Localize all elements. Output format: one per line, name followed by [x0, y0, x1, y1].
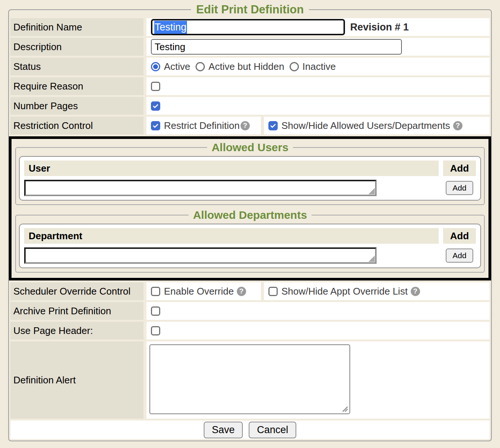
number-pages-checkbox[interactable] [151, 101, 160, 111]
revision-label: Revision # 1 [350, 22, 409, 33]
definition-name-value: Testing [154, 21, 187, 34]
description-input[interactable] [151, 39, 402, 55]
show-hide-users-checkbox[interactable] [268, 121, 278, 130]
department-select-wrap [24, 247, 377, 264]
restrict-definition-cell: Restrict Definition ? [146, 117, 261, 134]
department-select[interactable] [26, 249, 375, 262]
status-radio-active[interactable] [151, 62, 160, 71]
use-page-header-row: Use Page Header: [10, 322, 490, 340]
definition-alert-row: Definition Alert [10, 341, 490, 419]
save-button[interactable]: Save [204, 422, 243, 438]
use-page-header-checkbox[interactable] [151, 326, 160, 335]
enable-override-help-icon[interactable]: ? [237, 287, 246, 296]
use-page-header-content [146, 322, 490, 340]
department-column-header: Department [24, 228, 439, 244]
user-column-header: User [24, 160, 439, 176]
archive-label: Archive Print Definition [10, 302, 143, 320]
number-pages-row: Number Pages [10, 97, 490, 115]
number-pages-label: Number Pages [10, 97, 143, 115]
archive-row: Archive Print Definition [10, 302, 490, 320]
archive-content [146, 302, 490, 320]
allowed-users-fieldset: Allowed Users User Add Add [15, 141, 485, 205]
show-hide-appt-label: Show/Hide Appt Override List [281, 286, 408, 297]
form-buttons-row: Save Cancel [10, 421, 490, 439]
page-title: Edit Print Definition [191, 3, 309, 16]
definition-alert-textarea[interactable] [149, 344, 350, 414]
description-label: Description [10, 38, 143, 56]
definition-alert-label: Definition Alert [10, 341, 143, 419]
restriction-control-row: Restriction Control Restrict Definition … [10, 117, 490, 134]
show-hide-appt-help-icon[interactable]: ? [411, 287, 420, 296]
status-option-active-label: Active [164, 61, 190, 72]
status-row: Status Active Active but Hidden Inactive [10, 58, 490, 75]
status-label: Status [10, 58, 143, 75]
require-reason-content [146, 77, 490, 95]
definition-name-input[interactable]: Testing [151, 19, 345, 35]
show-hide-users-cell: Show/Hide Allowed Users/Departments ? [264, 117, 490, 134]
allowed-users-card: User Add Add [19, 156, 481, 201]
definition-name-row: Definition Name Testing Revision # 1 [10, 18, 490, 36]
enable-override-label: Enable Override [164, 286, 234, 297]
enable-override-checkbox[interactable] [151, 287, 160, 296]
user-select-wrap [24, 180, 377, 196]
show-hide-users-label: Show/Hide Allowed Users/Departments [281, 120, 450, 132]
cancel-button[interactable]: Cancel [249, 422, 296, 438]
require-reason-checkbox[interactable] [151, 82, 160, 91]
scheduler-override-content: Enable Override ? Show/Hide Appt Overrid… [146, 282, 490, 300]
definition-name-content: Testing Revision # 1 [146, 18, 490, 36]
restrict-definition-help-icon[interactable]: ? [241, 121, 250, 130]
restrict-definition-label: Restrict Definition [164, 120, 240, 132]
edit-print-definition-form: Edit Print Definition Definition Name Te… [8, 3, 492, 441]
show-hide-appt-checkbox[interactable] [268, 287, 278, 296]
user-select[interactable] [26, 181, 375, 195]
scheduler-override-row: Scheduler Override Control Enable Overri… [10, 282, 490, 300]
department-add-button[interactable]: Add [446, 249, 473, 263]
description-content [146, 38, 490, 56]
status-content: Active Active but Hidden Inactive [146, 58, 490, 75]
scheduler-override-label: Scheduler Override Control [10, 282, 143, 300]
allowed-users-title: Allowed Users [207, 141, 293, 154]
restrict-definition-checkbox[interactable] [151, 121, 160, 130]
allowed-users-departments-section: Allowed Users User Add Add Allowed Depar… [9, 136, 491, 280]
status-option-active-but-hidden-label: Active but Hidden [209, 61, 284, 72]
status-radio-active-but-hidden[interactable] [196, 62, 205, 71]
archive-checkbox[interactable] [151, 306, 160, 316]
definition-name-label: Definition Name [10, 18, 143, 36]
enable-override-cell: Enable Override ? [146, 282, 261, 300]
show-hide-appt-cell: Show/Hide Appt Override List ? [264, 282, 490, 300]
user-add-column-header: Add [443, 160, 476, 176]
definition-alert-content [146, 341, 490, 419]
require-reason-row: Require Reason [10, 77, 490, 95]
restriction-control-label: Restriction Control [10, 117, 143, 134]
use-page-header-label: Use Page Header: [10, 322, 143, 340]
allowed-departments-title: Allowed Departments [188, 209, 312, 221]
status-option-inactive-label: Inactive [303, 61, 336, 72]
number-pages-content [146, 97, 490, 115]
restriction-control-content: Restrict Definition ? Show/Hide Allowed … [146, 117, 490, 134]
department-add-column-header: Add [443, 228, 476, 244]
allowed-departments-fieldset: Allowed Departments Department Add Add [15, 209, 485, 273]
status-radio-inactive[interactable] [290, 62, 299, 71]
description-row: Description [10, 38, 490, 56]
show-hide-users-help-icon[interactable]: ? [453, 121, 462, 130]
user-add-button[interactable]: Add [446, 181, 473, 195]
allowed-departments-card: Department Add Add [19, 224, 481, 268]
require-reason-label: Require Reason [10, 77, 143, 95]
